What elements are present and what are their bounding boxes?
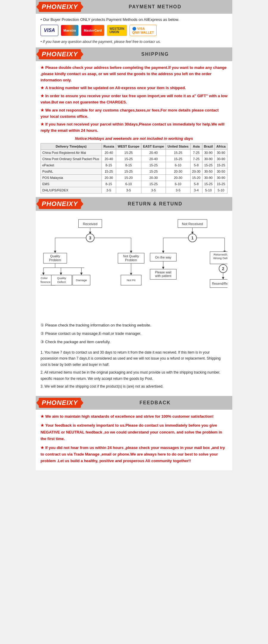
shipping-header: PHONEIXY SHIPPING	[36, 47, 232, 61]
refund-content: Received 3 Quality Problem Not Quality	[36, 211, 232, 396]
svg-text:Resend/Refund: Resend/Refund	[212, 282, 228, 285]
svg-text:Received: Received	[83, 222, 97, 226]
svg-text:with patient: with patient	[155, 274, 172, 278]
qiwi-icon: 🔵 VISAQIWI WALLET	[130, 25, 157, 36]
col-africa: Africa	[215, 143, 228, 149]
feedback-bullet-2: ★Your feedback is extremely important to…	[40, 422, 228, 442]
shipping-bullet-5: ★If you have not received your parcel wi…	[40, 121, 228, 134]
refund-title: RETURN & RETUND	[81, 201, 229, 207]
western-union-icon: WESTERNUNION	[107, 25, 127, 36]
return-policies: 1. You have 7 days to contact us and 30 …	[40, 349, 228, 389]
table-row: China Post Ordinary Small Packet Plus20-…	[41, 156, 228, 162]
maestro-icon: Maestro	[61, 25, 79, 36]
svg-text:Defect: Defect	[57, 280, 66, 284]
svg-text:Wrong Delivery: Wrong Delivery	[213, 256, 228, 260]
table-row: EMS8-156-1015-256-105-815-2515-25	[41, 181, 228, 187]
col-west-eu: WEST Europe	[116, 143, 141, 149]
svg-text:Not Quality: Not Quality	[123, 254, 139, 258]
table-row: POS Malaysia20-3015-2020-3020-3015-2030-…	[41, 174, 228, 181]
svg-marker-25	[80, 273, 82, 275]
svg-marker-11	[130, 251, 132, 253]
refund-logo: PHONEIXY	[39, 199, 81, 209]
svg-text:Quality: Quality	[50, 254, 60, 258]
refund-header: PHONEIXY RETURN & RETUND	[36, 197, 232, 211]
feedback-content: ★We aim to maintain high standards of ex…	[36, 410, 232, 470]
svg-text:Quality: Quality	[57, 276, 66, 280]
svg-text:2: 2	[222, 267, 224, 271]
payment-title: PAYMENT METHOD	[81, 4, 229, 10]
return-policy-2: 2. All returned items must be in the ori…	[40, 369, 228, 382]
refund-instructions: ① Please check the tracking information …	[40, 321, 228, 346]
col-russia: Russia	[102, 143, 116, 149]
svg-text:Not Received: Not Received	[182, 222, 203, 226]
svg-text:Returned/Lost/: Returned/Lost/	[214, 253, 228, 256]
feedback-section: PHONEIXY FEEDBACK ★We aim to maintain hi…	[36, 396, 232, 470]
table-row: ePacket8-158-1515-256-105-815-2515-25	[41, 162, 228, 168]
return-policy-3: 3. We will bear all the shipping cost if…	[40, 383, 228, 389]
visa-icon: VISA	[40, 25, 58, 36]
payment-logo: PHONEIXY	[39, 2, 81, 12]
shipping-logo: PHONEIXY	[39, 49, 81, 59]
payment-header: PHONEIXY PAYMENT METHOD	[36, 0, 232, 14]
refund-section: PHONEIXY RETURN & RETUND Received 3	[36, 197, 232, 396]
col-delivery: Delivery Time(days)	[41, 143, 102, 149]
instruction-1: ① Please check the tracking information …	[40, 321, 228, 329]
mastercard-icon: MasterCard	[81, 25, 105, 36]
col-us: United States	[166, 143, 191, 149]
svg-marker-9	[54, 251, 56, 253]
svg-marker-37	[130, 273, 132, 275]
shipping-section: PHONEIXY SHIPPING ★Please double check y…	[36, 47, 232, 197]
svg-text:1: 1	[191, 236, 194, 240]
payment-content: • Our Buyer Protection ONLY protects Pay…	[36, 14, 232, 47]
refund-flowchart: Received 3 Quality Problem Not Quality	[40, 216, 228, 317]
svg-text:3: 3	[89, 236, 91, 240]
svg-text:Problem: Problem	[49, 258, 61, 262]
instruction-2: ② Please contact us by massage,E-mail,or…	[40, 330, 228, 338]
return-policy-1: 1. You have 7 days to contact us and 30 …	[40, 349, 228, 368]
svg-text:Not Fit: Not Fit	[127, 278, 135, 282]
shipping-bullet-2: ★A tracking number will be updated on Al…	[40, 85, 228, 91]
table-row: China Post Registered Air Mai20-4015-252…	[41, 149, 228, 156]
payment-icons-row: VISA Maestro MasterCard WESTERNUNION 🔵 V…	[40, 25, 228, 36]
col-asia: Asia	[190, 143, 202, 149]
shipping-bullet-3: ★In order to ensure you receive your ord…	[40, 93, 228, 106]
feedback-bullet-1: ★We aim to maintain high standards of ex…	[40, 413, 228, 420]
svg-text:Color: Color	[41, 276, 48, 280]
svg-marker-21	[42, 273, 45, 275]
shipping-notice: Notice:Hoildays and weekends are not inc…	[40, 136, 228, 141]
table-row: DHL/UPS/FEDEX3-53-53-53-53-45-105-10	[41, 187, 228, 193]
svg-text:Damage: Damage	[76, 278, 87, 282]
payment-section: PHONEIXY PAYMENT METHOD • Our Buyer Prot…	[36, 0, 232, 47]
svg-text:Please wait: Please wait	[155, 270, 172, 274]
feedback-logo: PHONEIXY	[39, 398, 81, 408]
table-row: PostNL15-2515-2515-2520-3020-3030-5030-5…	[41, 168, 228, 174]
svg-marker-56	[162, 267, 164, 269]
instruction-3: ③ Check the package and item carefully.	[40, 338, 228, 346]
shipping-table: Delivery Time(days) Russia WEST Europe E…	[40, 143, 228, 193]
feedback-bullet-3: ★If you did not hear from us within 24 h…	[40, 445, 228, 464]
svg-marker-47	[162, 251, 164, 253]
col-brazil: Brazil	[202, 143, 215, 149]
table-header-row: Delivery Time(days) Russia WEST Europe E…	[41, 143, 228, 149]
col-east-eu: EAST Europe	[141, 143, 166, 149]
svg-text:On the way: On the way	[155, 255, 172, 259]
feedback-header: PHONEIXY FEEDBACK	[36, 396, 232, 410]
svg-text:difference: difference	[40, 280, 51, 284]
shipping-content: ★Please double check your address before…	[36, 61, 232, 197]
payment-note: • If you have any question about the pay…	[40, 40, 228, 44]
shipping-title: SHIPPING	[81, 52, 229, 57]
feedback-title: FEEDBACK	[81, 400, 229, 405]
shipping-bullet-4: ★We are not responsible for any customs …	[40, 107, 228, 120]
payment-bullet1: • Our Buyer Protection ONLY protects Pay…	[40, 17, 228, 22]
shipping-bullet-1: ★Please double check your address before…	[40, 65, 228, 83]
svg-text:Problem: Problem	[125, 258, 137, 262]
svg-marker-64	[222, 277, 224, 279]
svg-marker-23	[60, 273, 62, 275]
